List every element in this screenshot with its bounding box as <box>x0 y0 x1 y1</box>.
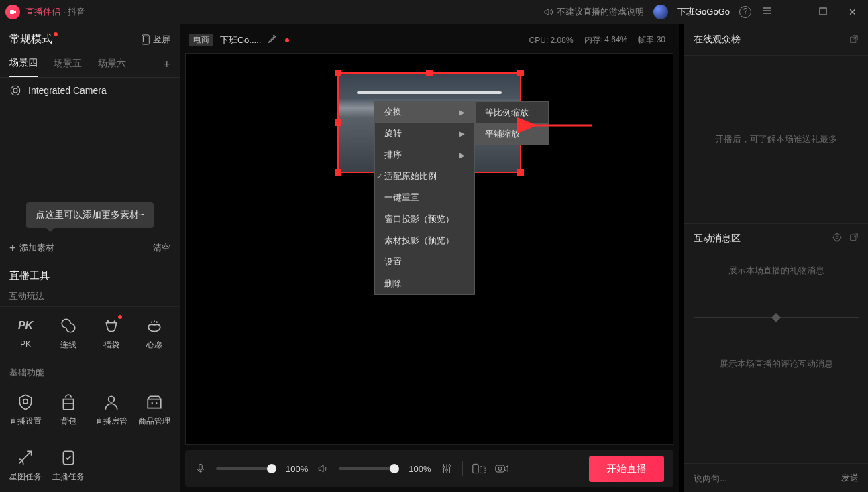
cpu-stat: CPU: 2.08% <box>529 36 574 45</box>
products-icon <box>145 393 164 412</box>
minimize-button[interactable]: — <box>783 7 804 17</box>
svg-rect-11 <box>199 464 203 470</box>
menu-icon[interactable] <box>761 5 774 19</box>
svg-point-13 <box>445 469 447 471</box>
mem-stat: 内存: 4.64% <box>584 34 628 46</box>
add-source-button[interactable]: + 添加素材 <box>9 242 54 254</box>
mic-volume-value: 100% <box>286 464 308 474</box>
help-icon[interactable]: ? <box>739 6 751 18</box>
tool-link[interactable]: 连线 <box>47 314 90 353</box>
tool-bag[interactable]: 福袋 <box>90 314 133 353</box>
maximize-button[interactable] <box>813 7 833 17</box>
start-live-button[interactable]: 开始直播 <box>589 456 664 482</box>
scene-tab-6[interactable]: 场景六 <box>98 52 126 76</box>
svg-point-7 <box>23 399 28 404</box>
ctx-source-proj[interactable]: 素材投影（预览） <box>375 230 474 251</box>
brand-text: 直播伴侣 <box>25 6 60 18</box>
link-icon <box>59 316 78 335</box>
tools-title: 直播工具 <box>0 261 180 286</box>
gift-msg-placeholder: 展示本场直播的礼物消息 <box>728 265 824 277</box>
chat-panel-title: 互动消息区 <box>694 233 741 245</box>
speaker-icon <box>543 7 554 17</box>
mode-label[interactable]: 常规模式 <box>9 32 58 46</box>
scene-tab-5[interactable]: 场景五 <box>54 52 82 76</box>
source-label: Integrated Camera <box>28 85 107 96</box>
tool-backpack[interactable]: 背包 <box>47 390 90 430</box>
tool-host-task[interactable]: 主播任务 <box>47 446 90 485</box>
right-panel: 在线观众榜 开播后，可了解本场谁送礼最多 互动消息区 展示本场直播的礼物消息 展… <box>684 24 868 492</box>
orientation-icon <box>141 34 150 45</box>
mic-volume-slider[interactable] <box>216 467 276 470</box>
ctx-settings[interactable]: 设置 <box>375 251 474 273</box>
chat-panel-body: 展示本场直播的礼物消息 展示本场直播的评论互动消息 <box>684 253 868 463</box>
ctx-transform[interactable]: 变换▶ 等比例缩放 平铺缩放 <box>375 101 474 123</box>
audience-panel-title: 在线观众榜 <box>694 34 741 46</box>
source-item-camera[interactable]: Integrated Camera <box>0 78 180 103</box>
svg-rect-15 <box>472 464 478 473</box>
ctx-delete[interactable]: 删除 <box>375 273 474 294</box>
ctx-transform-submenu: 等比例缩放 平铺缩放 <box>475 101 549 145</box>
tool-pk[interactable]: PK PK <box>4 314 47 353</box>
interact-head: 互动玩法 <box>0 286 180 307</box>
ctx-scale-fit[interactable]: 等比例缩放 <box>476 102 548 123</box>
ctx-window-proj[interactable]: 窗口投影（预览） <box>375 208 474 230</box>
tool-moderator[interactable]: 直播房管 <box>90 390 133 430</box>
svg-point-21 <box>836 236 838 239</box>
stream-title: 下班Go..... <box>220 34 261 46</box>
host-task-icon <box>59 448 78 467</box>
add-scene-button[interactable]: + <box>142 58 170 72</box>
svg-point-8 <box>109 396 115 402</box>
speaker-volume-slider[interactable] <box>339 467 399 470</box>
tool-settings[interactable]: 直播设置 <box>4 390 47 430</box>
camera-icon <box>9 84 21 97</box>
ctx-scale-tile[interactable]: 平铺缩放 <box>476 123 548 145</box>
record-icon[interactable] <box>495 463 508 474</box>
svg-rect-0 <box>10 10 14 14</box>
tool-star-task[interactable]: 星图任务 <box>4 446 47 485</box>
svg-rect-16 <box>480 467 485 473</box>
chat-settings-icon[interactable] <box>832 232 843 245</box>
preview-canvas[interactable]: 变换▶ 等比例缩放 平铺缩放 旋转▶ 排序▶ ✓适配原始比例 一键重置 窗口投影… <box>185 53 673 445</box>
ctx-fit-original[interactable]: ✓适配原始比例 <box>375 166 474 187</box>
orientation-toggle[interactable]: 竖屏 <box>141 34 170 46</box>
svg-point-12 <box>443 466 445 468</box>
backpack-icon <box>59 393 78 412</box>
chat-input[interactable] <box>694 473 834 483</box>
user-avatar[interactable] <box>653 5 668 19</box>
moderator-icon <box>102 393 121 412</box>
clear-sources-button[interactable]: 清空 <box>153 242 170 254</box>
send-button[interactable]: 发送 <box>841 472 859 484</box>
tool-wish[interactable]: 心愿 <box>133 314 176 353</box>
chat-popout-icon[interactable] <box>849 232 859 245</box>
layout-icon[interactable] <box>472 463 486 474</box>
edit-title-icon[interactable] <box>268 34 277 46</box>
pk-icon: PK <box>16 316 35 335</box>
svg-point-6 <box>17 88 19 89</box>
close-button[interactable]: ✕ <box>843 7 863 17</box>
ctx-reset[interactable]: 一键重置 <box>375 187 474 208</box>
scene-tabs: 场景四 场景五 场景六 + <box>0 52 180 78</box>
audience-panel-body: 开播后，可了解本场谁送礼最多 <box>684 56 868 223</box>
tool-products[interactable]: 商品管理 <box>133 390 176 430</box>
wish-icon <box>145 316 164 335</box>
svg-point-18 <box>498 467 502 471</box>
username[interactable]: 下班GoGoGo <box>677 6 730 18</box>
app-logo <box>5 5 20 19</box>
ctx-order[interactable]: 排序▶ <box>375 144 474 166</box>
star-task-icon <box>16 448 35 467</box>
ctx-rotate[interactable]: 旋转▶ <box>375 123 474 144</box>
notice-text: 不建议直播的游戏说明 <box>557 6 644 18</box>
chat-separator <box>694 317 859 318</box>
scene-tab-4[interactable]: 场景四 <box>9 52 38 77</box>
context-menu: 变换▶ 等比例缩放 平铺缩放 旋转▶ 排序▶ ✓适配原始比例 一键重置 窗口投影… <box>374 101 475 295</box>
speaker-out-icon[interactable] <box>317 463 329 475</box>
svg-rect-1 <box>820 8 826 15</box>
mic-icon[interactable] <box>195 463 207 475</box>
basic-head: 基础功能 <box>0 363 180 383</box>
svg-point-14 <box>449 465 451 467</box>
subbrand-text: · 抖音 <box>63 6 85 18</box>
notice-link[interactable]: 不建议直播的游戏说明 <box>543 6 644 18</box>
fps-stat: 帧率:30 <box>638 34 665 46</box>
popout-icon[interactable] <box>849 34 859 46</box>
mixer-icon[interactable] <box>441 463 453 475</box>
